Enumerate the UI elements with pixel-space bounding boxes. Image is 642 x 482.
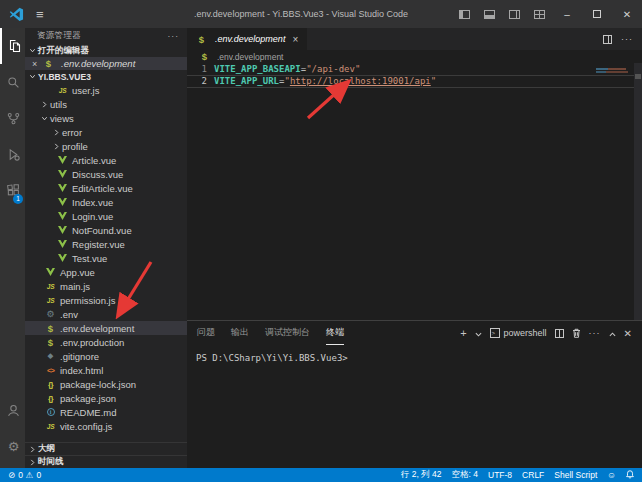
toggle-sidebar-icon[interactable] xyxy=(459,10,470,19)
chevron-right-icon xyxy=(52,129,60,136)
status-item[interactable]: Shell Script xyxy=(554,470,597,480)
activity-search-icon[interactable] xyxy=(0,64,25,100)
tree-item-utils[interactable]: utils xyxy=(25,97,187,111)
code-token: VITE_APP_BASEAPI xyxy=(214,64,301,75)
split-terminal-icon[interactable] xyxy=(555,329,564,338)
tree-item-views[interactable]: views xyxy=(25,111,187,125)
panel-tab-调试控制台[interactable]: 调试控制台 xyxy=(265,321,310,345)
tree-item-notfound.vue[interactable]: NotFound.vue xyxy=(25,223,187,237)
tree-item-error[interactable]: error xyxy=(25,125,187,139)
tab-close-icon[interactable]: × xyxy=(292,34,298,45)
code-line-2[interactable]: 2VITE_APP_URL="http://localhost:19001/ap… xyxy=(187,75,642,88)
activity-bar: 1⚙ xyxy=(0,28,25,468)
minimize-button[interactable]: – xyxy=(552,0,582,28)
breadcrumb[interactable]: $ .env.development xyxy=(187,50,642,63)
activity-source-control-icon[interactable] xyxy=(0,100,25,136)
toggle-secondary-sidebar-icon[interactable] xyxy=(509,10,520,19)
code-editor[interactable]: 1VITE_APP_BASEAPI="/api-dev"2VITE_APP_UR… xyxy=(187,63,642,320)
maximize-panel-icon[interactable] xyxy=(609,324,616,342)
activity-run-debug-icon[interactable] xyxy=(0,136,25,172)
tree-item-discuss.vue[interactable]: Discuss.vue xyxy=(25,167,187,181)
tree-item-package.json[interactable]: {}package.json xyxy=(25,391,187,405)
activity-extensions-icon[interactable]: 1 xyxy=(0,172,25,208)
problems-indicator[interactable]: ⊘ 0 ⚠ 0 xyxy=(8,470,41,480)
tree-item-app.vue[interactable]: App.vue xyxy=(25,265,187,279)
chevron-right-icon xyxy=(28,459,36,466)
minimap[interactable] xyxy=(596,68,628,73)
tree-item-profile[interactable]: profile xyxy=(25,139,187,153)
tree-item-readme.md[interactable]: iREADME.md xyxy=(25,405,187,419)
url-link[interactable]: http://localhost:19001/api xyxy=(290,76,431,87)
terminal-profile-chevron-icon[interactable] xyxy=(475,324,482,342)
tree-item-.env.production[interactable]: $.env.production xyxy=(25,335,187,349)
window-title: .env.development - Yi.BBS.Vue3 - Visual … xyxy=(120,9,482,19)
file-label: Register.vue xyxy=(72,239,125,250)
open-editors-section[interactable]: 打开的编辑器 xyxy=(25,44,187,57)
tree-item-login.vue[interactable]: Login.vue xyxy=(25,209,187,223)
explorer-more-actions-icon[interactable]: ··· xyxy=(168,31,180,41)
bottom-panel: 问题输出调试控制台终端 + > powershell ··· ✕ xyxy=(187,320,642,468)
split-editor-icon[interactable] xyxy=(603,35,612,44)
bell-icon[interactable] xyxy=(626,470,634,481)
status-item[interactable]: CRLF xyxy=(522,470,544,480)
vue-file-icon xyxy=(57,212,68,220)
tree-item-.env[interactable]: ⚙.env xyxy=(25,307,187,321)
tree-item-index.vue[interactable]: Index.vue xyxy=(25,195,187,209)
dollar-file-icon: $ xyxy=(45,337,56,348)
file-label: user.js xyxy=(72,85,99,96)
panel-tab-问题[interactable]: 问题 xyxy=(197,321,215,345)
close-panel-icon[interactable]: ✕ xyxy=(624,328,632,339)
tree-item-package-lock.json[interactable]: {}package-lock.json xyxy=(25,377,187,391)
section-label: 时间线 xyxy=(38,456,64,468)
tree-item-permission.js[interactable]: JSpermission.js xyxy=(25,293,187,307)
file-label: NotFound.vue xyxy=(72,225,132,236)
close-button[interactable]: ✕ xyxy=(612,0,642,28)
menu-icon[interactable]: ≡ xyxy=(36,7,44,22)
tree-item-article.vue[interactable]: Article.vue xyxy=(25,153,187,167)
maximize-button[interactable] xyxy=(582,0,612,28)
status-item[interactable]: 行 2, 列 42 xyxy=(401,469,442,481)
tree-item-editarticle.vue[interactable]: EditArticle.vue xyxy=(25,181,187,195)
terminal-picker[interactable]: > powershell xyxy=(490,328,547,338)
close-icon[interactable]: × xyxy=(32,59,40,69)
status-item[interactable]: UTF-8 xyxy=(488,470,512,480)
tree-item-user.js[interactable]: JSuser.js xyxy=(25,83,187,97)
activity-account-icon[interactable] xyxy=(0,392,25,428)
editor-more-actions-icon[interactable]: ··· xyxy=(621,34,633,44)
file-label: .gitignore xyxy=(60,351,99,362)
customize-layout-icon[interactable] xyxy=(534,10,545,19)
new-terminal-icon[interactable]: + xyxy=(460,327,466,339)
js-file-icon: JS xyxy=(45,297,56,304)
tree-item-index.html[interactable]: <>index.html xyxy=(25,363,187,377)
extensions-badge: 1 xyxy=(13,194,23,204)
status-item[interactable]: 空格: 4 xyxy=(452,469,478,481)
section-大纲[interactable]: 大纲 xyxy=(25,442,187,455)
file-label: Login.vue xyxy=(72,211,113,222)
tree-item-register.vue[interactable]: Register.vue xyxy=(25,237,187,251)
tree-item-.env.development[interactable]: $.env.development xyxy=(25,321,187,335)
explorer-title: 资源管理器 xyxy=(37,30,81,42)
tree-item-test.vue[interactable]: Test.vue xyxy=(25,251,187,265)
kill-terminal-icon[interactable] xyxy=(572,324,581,342)
panel-tab-终端[interactable]: 终端 xyxy=(326,321,344,345)
toggle-panel-icon[interactable] xyxy=(484,10,495,19)
open-editor-item[interactable]: ×$.env.development xyxy=(25,57,187,70)
panel-tab-输出[interactable]: 输出 xyxy=(231,321,249,345)
project-section[interactable]: YI.BBS.VUE3 xyxy=(25,70,187,83)
terminal-output[interactable]: PS D:\CSharp\Yi\Yi.BBS.Vue3> xyxy=(187,345,642,363)
section-时间线[interactable]: 时间线 xyxy=(25,455,187,468)
js-file-icon: JS xyxy=(57,87,68,94)
activity-settings-icon[interactable]: ⚙ xyxy=(0,428,25,464)
js-file-icon: JS xyxy=(45,423,56,430)
activity-explorer-icon[interactable] xyxy=(0,28,25,64)
editor-scrollbar[interactable] xyxy=(634,63,642,320)
tree-item-.gitignore[interactable]: ◆.gitignore xyxy=(25,349,187,363)
feedback-smiley-icon[interactable]: ☺ xyxy=(607,470,616,480)
tree-item-main.js[interactable]: JSmain.js xyxy=(25,279,187,293)
open-editor-label: .env.development xyxy=(61,58,135,69)
activity-bar-bottom: ⚙ xyxy=(0,392,25,464)
tab-env-development[interactable]: $ .env.development × xyxy=(187,28,307,50)
code-line-1[interactable]: 1VITE_APP_BASEAPI="/api-dev" xyxy=(187,64,642,75)
panel-more-actions-icon[interactable]: ··· xyxy=(589,328,601,338)
tree-item-vite.config.js[interactable]: JSvite.config.js xyxy=(25,419,187,433)
